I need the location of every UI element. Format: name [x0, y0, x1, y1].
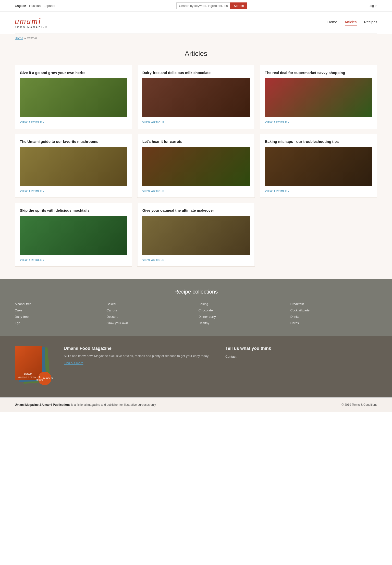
article-title: The real deal for supermarket savvy shop…	[265, 70, 372, 75]
language-switcher: English Russian Español	[15, 4, 55, 8]
collection-link[interactable]: Carrots	[107, 307, 194, 314]
article-title: Skip the spirits with delicious mocktail…	[20, 208, 127, 213]
footer-disclaimer: is a fictional magazine and publisher fo…	[71, 403, 156, 407]
footer-right: © 2019 Terms & Conditions	[342, 403, 377, 407]
collection-column: BreakfastCocktail partyDrinksHerbs	[290, 301, 377, 326]
collection-link[interactable]: Dairy-free	[15, 314, 102, 320]
view-article-link[interactable]: VIEW ARTICLE	[265, 121, 372, 124]
article-card: Dairy-free and delicious milk chocolate …	[137, 65, 255, 129]
magazine-images: umami umami umami BAKING SPECIAL 3 ISSUE…	[15, 346, 54, 388]
nav-home[interactable]: Home	[328, 20, 337, 26]
collections-grid: Alcohol freeCakeDairy-freeEggBakedCarrot…	[15, 301, 377, 326]
article-title: Baking mishaps - our troubleshooting tip…	[265, 139, 372, 144]
footer-left: Umami Magazine & Umami Publications is a…	[15, 403, 156, 407]
article-card: Let's hear it for carrots VIEW ARTICLE	[137, 134, 255, 198]
recipe-collections: Recipe collections Alcohol freeCakeDairy…	[0, 279, 392, 336]
breadcrumb: Home » Статьи	[0, 34, 392, 42]
find-out-more-link[interactable]: Find out more	[64, 361, 83, 365]
article-title: Dairy-free and delicious milk chocolate	[142, 70, 250, 75]
collection-link[interactable]: Dinner party	[198, 314, 285, 320]
login-link[interactable]: Log in	[369, 4, 377, 8]
article-image	[142, 147, 250, 186]
tell-us-section: Tell us what you think Contact	[225, 346, 377, 358]
search-area: Search	[176, 2, 247, 9]
tell-us-title: Tell us what you think	[225, 346, 377, 351]
top-bar: English Russian Español Search Log in	[0, 0, 392, 12]
bundle-badge: 3 ISSUE BUNDLE!	[38, 372, 51, 385]
footer: Umami Magazine & Umami Publications is a…	[0, 397, 392, 412]
collection-link[interactable]: Healthy	[198, 320, 285, 326]
collection-link[interactable]: Cocktail party	[290, 307, 377, 314]
article-card: Baking mishaps - our troubleshooting tip…	[260, 134, 377, 198]
footer-brand: Umami Magazine & Umami Publications	[15, 403, 70, 407]
collection-column: BakedCarrotsDessertGrow your own	[107, 301, 194, 326]
collection-link[interactable]: Egg	[15, 320, 102, 326]
article-card: The real deal for supermarket savvy shop…	[260, 65, 377, 129]
search-input[interactable]	[176, 2, 230, 9]
contact-link[interactable]: Contact	[225, 355, 237, 358]
view-article-link[interactable]: VIEW ARTICLE	[142, 121, 250, 124]
main-nav: Home Articles Recipes	[328, 20, 377, 26]
view-article-link[interactable]: VIEW ARTICLE	[20, 258, 127, 261]
logo-sub: FOOD MAGAZINE	[15, 26, 48, 29]
collection-link[interactable]: Baked	[107, 301, 194, 307]
view-article-link[interactable]: VIEW ARTICLE	[20, 121, 127, 124]
collection-link[interactable]: Drinks	[290, 314, 377, 320]
view-article-link[interactable]: VIEW ARTICLE	[265, 190, 372, 193]
lang-english[interactable]: English	[15, 4, 26, 8]
article-image	[265, 147, 372, 186]
lang-russian[interactable]: Russian	[29, 4, 41, 8]
page-title: Articles	[15, 50, 377, 57]
article-title: Give it a go and grow your own herbs	[20, 70, 127, 75]
breadcrumb-home[interactable]: Home	[15, 36, 23, 40]
breadcrumb-current: Статьи	[27, 36, 37, 40]
collection-link[interactable]: Grow your own	[107, 320, 194, 326]
article-card: Give your oatmeal the ultimate makeover …	[137, 203, 255, 267]
page-title-section: Articles	[0, 42, 392, 62]
articles-section: Give it a go and grow your own herbs VIE…	[0, 62, 392, 279]
collection-link[interactable]: Alcohol free	[15, 301, 102, 307]
article-card: Skip the spirits with delicious mocktail…	[15, 203, 132, 267]
article-image	[142, 78, 250, 117]
article-image	[20, 147, 127, 186]
article-image	[20, 216, 127, 255]
article-card: The Umami guide to our favorite mushroom…	[15, 134, 132, 198]
promo-text: Umami Food Magazine Skills and know-how.…	[64, 346, 216, 365]
promo-title: Umami Food Magazine	[64, 346, 216, 351]
promo-description: Skills and know-how. Magazine exclusive …	[64, 353, 216, 358]
collection-link[interactable]: Breakfast	[290, 301, 377, 307]
nav-articles[interactable]: Articles	[345, 20, 357, 26]
nav-recipes[interactable]: Recipes	[364, 20, 377, 26]
article-card: Give it a go and grow your own herbs VIE…	[15, 65, 132, 129]
collection-link[interactable]: Chocolate	[198, 307, 285, 314]
collection-link[interactable]: Dessert	[107, 314, 194, 320]
footer-copyright: © 2019 Terms & Conditions	[342, 403, 377, 407]
article-image	[20, 78, 127, 117]
site-header: umami FOOD MAGAZINE Home Articles Recipe…	[0, 12, 392, 34]
search-button[interactable]: Search	[230, 2, 247, 9]
collection-link[interactable]: Herbs	[290, 320, 377, 326]
collection-link[interactable]: Baking	[198, 301, 285, 307]
article-title: The Umami guide to our favorite mushroom…	[20, 139, 127, 144]
lang-espanol[interactable]: Español	[44, 4, 55, 8]
logo[interactable]: umami FOOD MAGAZINE	[15, 17, 48, 29]
view-article-link[interactable]: VIEW ARTICLE	[142, 258, 250, 261]
collection-column: BakingChocolateDinner partyHealthy	[198, 301, 285, 326]
collection-column: Alcohol freeCakeDairy-freeEgg	[15, 301, 102, 326]
magazine-cover-stack: umami umami umami BAKING SPECIAL 3 ISSUE…	[15, 346, 51, 388]
view-article-link[interactable]: VIEW ARTICLE	[20, 190, 127, 193]
article-title: Give your oatmeal the ultimate makeover	[142, 208, 250, 213]
articles-grid: Give it a go and grow your own herbs VIE…	[15, 65, 377, 267]
breadcrumb-separator: »	[24, 36, 27, 40]
logo-text: umami	[15, 17, 48, 26]
article-image	[142, 216, 250, 255]
recipe-collections-title: Recipe collections	[15, 289, 377, 295]
mag-cover-front: umami BAKING SPECIAL	[15, 346, 42, 380]
article-image	[265, 78, 372, 117]
article-title: Let's hear it for carrots	[142, 139, 250, 144]
view-article-link[interactable]: VIEW ARTICLE	[142, 190, 250, 193]
collection-link[interactable]: Cake	[15, 307, 102, 314]
magazine-promo: umami umami umami BAKING SPECIAL 3 ISSUE…	[0, 336, 392, 397]
